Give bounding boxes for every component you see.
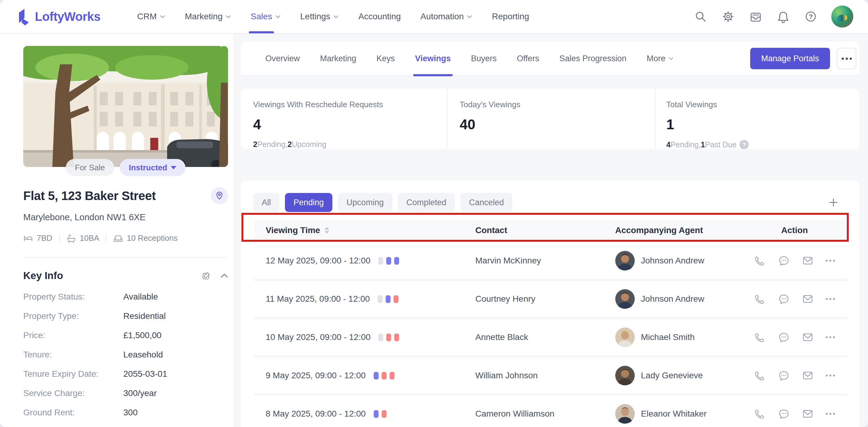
column-header-viewing-time[interactable]: Viewing Time — [266, 225, 475, 235]
viewing-status-dots — [378, 257, 399, 265]
more-icon[interactable] — [826, 298, 835, 300]
sort-icon[interactable] — [324, 227, 329, 234]
nav-item-marketing[interactable]: Marketing — [185, 0, 231, 33]
tab-keys[interactable]: Keys — [376, 41, 395, 76]
more-icon[interactable] — [826, 336, 835, 338]
chat-icon[interactable] — [778, 255, 789, 266]
tab-marketing[interactable]: Marketing — [320, 41, 356, 76]
chat-icon[interactable] — [778, 332, 789, 343]
more-options-button[interactable] — [837, 48, 856, 69]
stat-value: 1 — [666, 116, 860, 133]
nav-item-automation[interactable]: Automation — [421, 0, 472, 33]
phone-icon[interactable] — [754, 293, 766, 305]
filter-pills: AllPendingUpcomingCompletedCanceled — [253, 193, 513, 212]
phone-icon[interactable] — [754, 370, 766, 381]
chevron-up-icon[interactable] — [221, 273, 228, 278]
filter-pill-all[interactable]: All — [253, 193, 279, 212]
app-logo[interactable]: LoftyWorks — [17, 7, 100, 26]
more-icon[interactable] — [826, 260, 835, 262]
tab-buyers[interactable]: Buyers — [471, 41, 497, 76]
tag-instructed[interactable]: Instructed — [120, 159, 186, 176]
phone-icon[interactable] — [754, 332, 766, 343]
mail-icon[interactable] — [802, 370, 813, 381]
phone-icon[interactable] — [754, 408, 766, 420]
tab-viewings[interactable]: Viewings — [415, 41, 451, 76]
help-icon[interactable]: ? — [740, 140, 749, 149]
agent-avatar — [615, 289, 635, 309]
user-avatar[interactable] — [831, 5, 853, 28]
property-photo-wrap: For Sale Instructed — [23, 46, 228, 167]
mail-icon[interactable] — [802, 408, 813, 420]
bath-icon — [66, 234, 76, 243]
table-row[interactable]: 11 May 2025, 09:00 - 12:00 Courtney Henr… — [254, 281, 847, 319]
table-row[interactable]: 10 May 2025, 09:00 - 12:00 Annette Black… — [254, 319, 847, 358]
column-header-contact[interactable]: Contact — [475, 225, 615, 235]
mail-icon[interactable] — [802, 332, 813, 343]
filter-pill-upcoming[interactable]: Upcoming — [338, 193, 392, 212]
key-info-value: Residential — [123, 311, 228, 321]
main-nav: CRM Marketing Sales Lettings Accounting … — [137, 0, 529, 33]
stat-title: Viewings With Reschedule Requests — [253, 100, 447, 109]
table-row[interactable]: 12 May 2025, 09:00 - 12:00 Marvin McKinn… — [254, 243, 847, 281]
search-icon[interactable] — [693, 9, 708, 24]
chat-icon[interactable] — [778, 293, 789, 305]
key-info-row: Service Charge: 300/year — [23, 389, 228, 398]
nav-item-label: Accounting — [359, 12, 401, 22]
status-dot-gray — [378, 257, 383, 265]
mail-icon[interactable] — [802, 293, 813, 305]
contact-cell: Annette Black — [475, 332, 615, 342]
agent-cell: Michael Smith — [615, 328, 753, 347]
chat-icon[interactable] — [778, 408, 789, 420]
contact-cell: Cameron Williamson — [475, 409, 615, 419]
more-icon[interactable] — [826, 375, 835, 376]
property-tags: For Sale Instructed — [23, 159, 228, 176]
chevron-down-icon — [225, 15, 231, 18]
column-header-accompanying-agent[interactable]: Accompanying Agent — [615, 225, 753, 235]
stat-block: Today's Viewings 40 — [447, 89, 655, 149]
map-pin-button[interactable] — [211, 187, 228, 204]
nav-item-lettings[interactable]: Lettings — [300, 0, 339, 33]
more-icon[interactable] — [826, 413, 835, 415]
chevron-down-icon — [669, 57, 674, 60]
edit-icon[interactable] — [201, 271, 212, 281]
stat-block: Total Viewings 1 4 Pending, 1 Past Due? — [655, 89, 860, 149]
help-icon[interactable]: ? — [804, 9, 818, 24]
filter-pill-canceled[interactable]: Canceled — [460, 193, 513, 212]
gear-icon[interactable] — [721, 9, 735, 24]
table-row[interactable]: 8 May 2025, 09:00 - 12:00 Cameron Willia… — [254, 396, 847, 427]
agent-avatar — [615, 366, 635, 385]
key-info-row: Price: £1,500,00 — [23, 331, 228, 340]
key-info-label: Price: — [23, 331, 123, 340]
status-dot-red — [386, 334, 391, 341]
nav-item-sales[interactable]: Sales — [251, 0, 281, 33]
bell-icon[interactable] — [776, 9, 790, 24]
action-cell — [753, 293, 836, 305]
tab-overview[interactable]: Overview — [266, 41, 300, 76]
table-row[interactable]: 9 May 2025, 09:00 - 12:00 William Johnso… — [254, 358, 847, 396]
nav-item-crm[interactable]: CRM — [137, 0, 165, 33]
filter-pill-completed[interactable]: Completed — [398, 193, 455, 212]
phone-icon[interactable] — [754, 255, 766, 266]
nav-item-label: Reporting — [492, 12, 529, 22]
chat-icon[interactable] — [778, 370, 789, 381]
key-info-row: Tenure Expiry Date: 2055-03-01 — [23, 369, 228, 379]
nav-item-accounting[interactable]: Accounting — [359, 0, 401, 33]
inbox-icon[interactable] — [749, 9, 763, 24]
top-nav-bar: LoftyWorks CRM Marketing Sales Lettings … — [0, 0, 868, 34]
key-info-row: Ground Rent: 300 — [23, 408, 228, 418]
property-tabs: Overview Marketing Keys Viewings Buyers … — [266, 41, 674, 76]
tab-offers[interactable]: Offers — [517, 41, 539, 76]
tab-more[interactable]: More — [647, 41, 674, 76]
stat-value: 40 — [460, 116, 655, 133]
mail-icon[interactable] — [802, 255, 813, 266]
tab-sales-progression[interactable]: Sales Progression — [559, 41, 626, 76]
key-info-label: Property Status: — [23, 292, 123, 302]
contact-cell: Marvin McKinney — [475, 256, 615, 265]
filter-pill-pending[interactable]: Pending — [285, 193, 332, 212]
nav-item-reporting[interactable]: Reporting — [492, 0, 529, 33]
nav-item-label: Sales — [251, 12, 272, 22]
property-spec: 10BA — [66, 233, 99, 243]
column-header-action[interactable]: Action — [753, 225, 836, 235]
manage-portals-button[interactable]: Manage Portals — [750, 48, 830, 69]
add-viewing-button[interactable] — [827, 196, 840, 209]
